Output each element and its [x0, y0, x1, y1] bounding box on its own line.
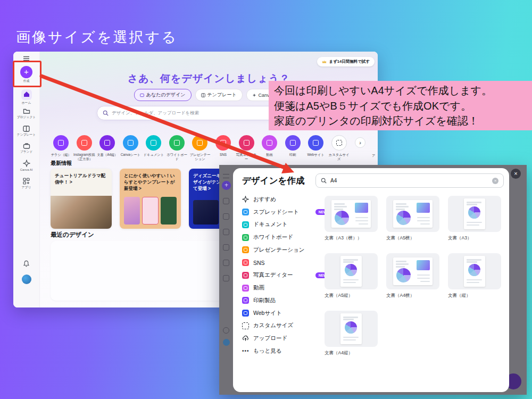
- menu-item-spreadsheet[interactable]: スプレッドシート NEW: [242, 206, 330, 219]
- trial-badge[interactable]: まず14日間無料で試す: [317, 57, 375, 66]
- menu-item-print-products[interactable]: 印刷製品: [242, 294, 330, 307]
- home-sidebar: + 作成 ホーム プロジェクト テンプレート ブランド Canva AI: [13, 52, 40, 307]
- category-canva-sheet[interactable]: Canvaシート: [119, 135, 143, 161]
- sns-icon: [244, 261, 247, 264]
- menu-item-website[interactable]: Webサイト: [242, 307, 330, 320]
- category-print[interactable]: 印刷: [281, 135, 304, 161]
- custom-size-icon: [336, 140, 342, 146]
- apps-icon: [223, 275, 229, 281]
- docs-icon: [151, 140, 156, 146]
- menu-item-see-more[interactable]: ••• もっと見る: [242, 345, 330, 358]
- result-card[interactable]: 文書（A3（横））: [325, 196, 378, 242]
- sidebar-item-projects[interactable]: プロジェクト: [13, 108, 39, 119]
- avatar: [223, 339, 230, 346]
- template-icon: [201, 93, 205, 97]
- template-icon: [23, 126, 30, 132]
- category-presentation[interactable]: プレゼンテーション: [188, 135, 212, 161]
- apps-icon: [23, 178, 30, 185]
- presentation-icon: [197, 140, 203, 146]
- category-sns[interactable]: SNS: [212, 135, 235, 161]
- notifications-button[interactable]: [13, 260, 39, 268]
- categories-next-button[interactable]: ›: [355, 137, 365, 148]
- folder-icon: [223, 213, 229, 220]
- category-photo-editor[interactable]: 写真エディター: [235, 135, 258, 161]
- irasutoya-thumbnails: [124, 197, 177, 225]
- designs-icon: [140, 93, 144, 97]
- menu-item-presentation[interactable]: プレゼンテーション: [242, 244, 330, 256]
- home-icon: [223, 198, 229, 204]
- avatar: [22, 275, 31, 284]
- result-card[interactable]: 文書（A3）: [448, 196, 501, 242]
- category-video[interactable]: 動画: [258, 135, 281, 161]
- sns-icon: [220, 140, 226, 146]
- folder-icon: [23, 108, 30, 114]
- result-card[interactable]: 文書（A5縦）: [325, 253, 378, 299]
- highlight-rectangle: [13, 61, 41, 87]
- tab-your-designs[interactable]: あなたのデザイン: [134, 89, 192, 101]
- template-icon: [223, 229, 229, 235]
- crown-icon: [322, 60, 327, 64]
- news-card-irasutoya[interactable]: とにかく使いやすい！いらすとやテンプレートが新登場 >: [120, 169, 181, 229]
- sidebar-item-canva-ai[interactable]: Canva AI: [13, 160, 39, 172]
- result-card[interactable]: 文書（A4横）: [386, 253, 439, 299]
- ellipsis-icon: •••: [242, 348, 249, 354]
- user-avatar[interactable]: [13, 275, 39, 284]
- category-docs[interactable]: ドキュメント: [142, 135, 165, 161]
- modal-menu: おすすめ スプレッドシート NEW ドキュメント ホワイトボード プ: [242, 193, 330, 358]
- video-icon: [244, 286, 247, 290]
- category-instagram[interactable]: Instagram投稿（正方形）: [73, 135, 96, 161]
- sidebar-item-templates[interactable]: テンプレート: [13, 126, 39, 137]
- plus-icon: +: [222, 181, 231, 190]
- sidebar-item-apps[interactable]: アプリ: [13, 178, 39, 189]
- tutorial-slide: 画像サイズを選択する + 作成 ホーム プロジェクト テンプレート: [0, 0, 532, 399]
- sidebar-item-home[interactable]: ホーム: [13, 89, 39, 105]
- sheet-icon: [244, 210, 247, 214]
- news-card-tutorial[interactable]: チュートリアルドラマ配信中！ >: [51, 169, 112, 229]
- menu-item-recommended[interactable]: おすすめ: [242, 193, 330, 206]
- menu-item-video[interactable]: 動画: [242, 281, 330, 294]
- camera-icon: [244, 140, 250, 146]
- menu-item-whiteboard[interactable]: ホワイトボード: [242, 231, 330, 244]
- result-card[interactable]: 文書（A4縦）: [325, 311, 378, 356]
- whiteboard-icon: [174, 140, 180, 146]
- clear-search-icon[interactable]: ×: [492, 178, 498, 184]
- sidebar-item-brand[interactable]: ブランド: [13, 143, 39, 154]
- menu-item-sns[interactable]: SNS: [242, 256, 330, 269]
- search-icon: [321, 178, 327, 184]
- category-website[interactable]: Webサイト: [304, 135, 328, 161]
- recent-section-heading: 最近のデザイン: [51, 231, 94, 239]
- search-placeholder: デザイン、フォルダ、アップロードを検索: [112, 110, 199, 117]
- printer-icon: [244, 298, 247, 302]
- create-design-modal-screenshot: + デザインを作成 A4 × おすすめ: [219, 165, 527, 395]
- menu-item-documents[interactable]: ドキュメント: [242, 219, 330, 231]
- modal-close-button[interactable]: ×: [511, 169, 521, 179]
- instagram-icon: [81, 140, 87, 146]
- browser-icon: [244, 311, 247, 315]
- modal-search-input[interactable]: A4 ×: [315, 173, 504, 188]
- sparkle-icon: [252, 93, 256, 97]
- menu-item-custom-size[interactable]: カスタムサイズ: [242, 320, 330, 332]
- upload-icon: [242, 335, 249, 342]
- search-icon: [103, 110, 109, 116]
- category-whiteboard[interactable]: ホワイトボード: [165, 135, 189, 161]
- browser-icon: [313, 140, 319, 146]
- bell-icon: [223, 327, 229, 334]
- sparkle-icon: [23, 160, 30, 167]
- category-doc-a4[interactable]: 文書（A4縦）: [96, 135, 119, 161]
- category-overflow-label: ア: [372, 154, 375, 159]
- flyer-icon: [58, 140, 64, 146]
- bell-icon: [23, 260, 30, 267]
- category-flyer[interactable]: チラシ（縦）: [49, 135, 73, 161]
- category-shortcuts: チラシ（縦） Instagram投稿（正方形） 文書（A4縦） Canvaシート…: [49, 135, 351, 161]
- result-card[interactable]: 文書（縦）: [448, 253, 501, 299]
- whiteboard-icon: [244, 236, 247, 239]
- size-results-grid: 文書（A3（横）） 文書（A5横）: [325, 196, 501, 356]
- menu-item-upload[interactable]: アップロード: [242, 332, 330, 345]
- category-custom-size[interactable]: カスタムサイズ: [327, 135, 351, 161]
- menu-item-photo-editor[interactable]: 写真エディター NEW: [242, 269, 330, 282]
- hamburger-icon: [223, 174, 229, 178]
- tutorial-photo: [51, 196, 112, 229]
- printer-icon: [290, 140, 296, 146]
- tab-templates[interactable]: テンプレート: [195, 89, 243, 101]
- result-card[interactable]: 文書（A5横）: [386, 196, 439, 242]
